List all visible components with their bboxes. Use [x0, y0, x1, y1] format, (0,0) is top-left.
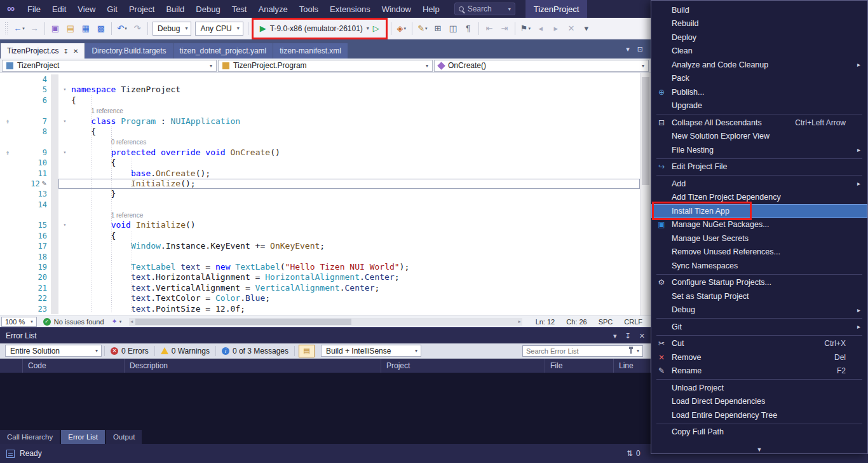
- context-menu-item-load-entire-dependency-tree[interactable]: Load Entire Dependency Tree: [651, 408, 867, 422]
- indent-increase-icon[interactable]: ⇥: [498, 22, 512, 36]
- redo-icon[interactable]: ↷: [130, 22, 144, 36]
- clear-bookmarks-icon[interactable]: ✕: [564, 22, 578, 36]
- search-input[interactable]: [526, 347, 627, 355]
- scroll-left-icon[interactable]: ◂: [130, 318, 133, 326]
- context-menu-item-copy-full-path[interactable]: Copy Full Path: [651, 425, 867, 439]
- tab-directory-build-targets[interactable]: Directory.Build.targets: [85, 43, 172, 59]
- fold-collapse-icon[interactable]: ▾: [58, 85, 71, 95]
- solution-configuration-select[interactable]: Debug ▾: [153, 22, 191, 36]
- code-text[interactable]: [71, 200, 640, 210]
- code-text[interactable]: Initialize();: [71, 179, 640, 189]
- run-target-label[interactable]: T-9.0-x86 (emulator-26101): [270, 24, 363, 33]
- nav-forward-icon[interactable]: →: [27, 22, 41, 36]
- code-text[interactable]: namespace TizenProject: [71, 85, 640, 95]
- context-menu-item-clean[interactable]: Clean: [651, 45, 867, 59]
- code-text[interactable]: TextLabel text = new TextLabel("Hello Ti…: [71, 262, 640, 272]
- new-project-icon[interactable]: ▣: [48, 22, 62, 36]
- chevron-down-icon[interactable]: ▾: [367, 25, 369, 31]
- context-menu-item-manage-nuget-packages[interactable]: ▣Manage NuGet Packages...: [651, 218, 867, 232]
- context-menu-item-cut[interactable]: ✂CutCtrl+X: [651, 337, 867, 351]
- context-menu-item-debug[interactable]: Debug▸: [651, 303, 867, 317]
- search-box[interactable]: Search ▾: [454, 3, 515, 15]
- context-menu-item-upgrade[interactable]: Upgrade: [651, 99, 867, 113]
- save-all-icon[interactable]: ▩: [94, 22, 108, 36]
- column-header-file[interactable]: File: [545, 359, 614, 373]
- start-debugging-icon[interactable]: ▶: [260, 24, 266, 33]
- code-text[interactable]: text.PointSize = 12.0f;: [71, 304, 640, 314]
- context-menu-item-file-nesting[interactable]: File Nesting▸: [651, 143, 867, 157]
- context-menu-item-manage-user-secrets[interactable]: Manage User Secrets: [651, 232, 867, 245]
- column-header-code[interactable]: Code: [23, 359, 125, 373]
- close-icon[interactable]: ✕: [639, 332, 645, 340]
- preview-changes-icon[interactable]: ◫: [446, 22, 460, 36]
- code-text[interactable]: text.TextColor = Color.Blue;: [71, 293, 640, 303]
- source-select[interactable]: Build + IntelliSense ▾: [321, 345, 421, 357]
- toolbar-grip[interactable]: [4, 22, 8, 36]
- editor-horizontal-scrollbar[interactable]: ◂ ▸: [129, 318, 522, 326]
- menu-item-test[interactable]: Test: [226, 0, 253, 18]
- context-menu-item-configure-startup-projects[interactable]: ⚙Configure Startup Projects...: [651, 276, 867, 290]
- code-text[interactable]: Window.Instance.KeyEvent += OnKeyEvent;: [71, 241, 640, 251]
- close-icon[interactable]: ✕: [73, 48, 78, 55]
- navbar-member-dropdown[interactable]: OnCreate() ▾: [434, 60, 649, 72]
- hot-reload-icon[interactable]: ◈▾: [395, 22, 409, 36]
- visual-studio-logo-icon[interactable]: ∞: [0, 0, 22, 18]
- code-editor[interactable]: 45▾namespace TizenProject6{1 reference⇧7…: [0, 73, 651, 315]
- code-text[interactable]: class Program : NUIApplication: [71, 116, 640, 127]
- context-menu-item-git[interactable]: Git▸: [651, 320, 867, 334]
- code-text[interactable]: {: [71, 158, 640, 168]
- scrollbar-thumb[interactable]: [642, 77, 649, 185]
- menu-project-button[interactable]: TizenProject: [526, 0, 588, 18]
- error-list-body[interactable]: [0, 373, 651, 430]
- code-text[interactable]: text.HorizontalAlignment = HorizontalAli…: [71, 272, 640, 282]
- quick-actions-icon[interactable]: ✦▾: [112, 317, 122, 326]
- menu-item-edit[interactable]: Edit: [46, 0, 72, 18]
- menu-scroll-more-icon[interactable]: ▼: [651, 446, 867, 453]
- open-file-icon[interactable]: ▤: [64, 22, 78, 36]
- context-menu-item-pack[interactable]: Pack: [651, 72, 867, 86]
- fold-collapse-icon[interactable]: ▾: [58, 148, 71, 158]
- codelens-references-link[interactable]: 1 reference: [91, 107, 123, 114]
- warnings-filter-button[interactable]: 0 Warnings: [155, 343, 215, 358]
- panel-tab-call-hierarchy[interactable]: Call Hierarchy: [0, 430, 60, 444]
- editor-vertical-scrollbar[interactable]: [640, 73, 651, 315]
- window-position-icon[interactable]: ▾: [613, 332, 617, 340]
- menu-item-debug[interactable]: Debug: [190, 0, 226, 18]
- toggle-bookmark-icon[interactable]: ⚑▾: [519, 22, 532, 36]
- status-counter[interactable]: ⇅ 0: [627, 449, 641, 458]
- menu-item-analyze[interactable]: Analyze: [252, 0, 293, 18]
- code-area[interactable]: 45▾namespace TizenProject6{1 reference⇧7…: [0, 74, 640, 314]
- context-menu-item-build[interactable]: Build: [651, 3, 867, 17]
- chevron-down-icon[interactable]: ▾: [637, 348, 639, 354]
- menu-item-project[interactable]: Project: [123, 0, 160, 18]
- document-health-indicator[interactable]: ✓ No issues found: [43, 318, 104, 326]
- panel-tab-output[interactable]: Output: [106, 430, 142, 444]
- column-header-description[interactable]: Description: [125, 359, 381, 373]
- code-text[interactable]: }: [71, 189, 640, 199]
- context-menu-item-unload-project[interactable]: Unload Project: [651, 381, 867, 395]
- context-menu-item-new-solution-explorer-view[interactable]: New Solution Explorer View: [651, 130, 867, 144]
- context-menu-item-remove[interactable]: ✕RemoveDel: [651, 350, 867, 364]
- solution-platform-select[interactable]: Any CPU ▾: [195, 22, 243, 36]
- context-menu-item-load-direct-dependencies[interactable]: Load Direct Dependencies: [651, 395, 867, 409]
- menu-item-help[interactable]: Help: [417, 0, 445, 18]
- context-menu-item-edit-project-file[interactable]: ↪Edit Project File: [651, 160, 867, 174]
- tab-tizen-manifest-xml[interactable]: tizen-manifest.xml: [273, 43, 348, 59]
- code-text[interactable]: {: [71, 127, 640, 137]
- code-text[interactable]: text.VerticalAlignment = VerticalAlignme…: [71, 283, 640, 293]
- menu-item-file[interactable]: File: [22, 0, 46, 18]
- panel-tab-error-list[interactable]: Error List: [61, 430, 105, 444]
- code-text[interactable]: {: [71, 95, 640, 106]
- previous-bookmark-icon[interactable]: ◂: [534, 22, 548, 36]
- code-text[interactable]: protected override void OnCreate(): [71, 148, 640, 158]
- toolbar-overflow-icon[interactable]: ▾: [580, 22, 593, 36]
- tab-tizen-dotnet-project-yaml[interactable]: tizen_dotnet_project.yaml: [173, 43, 273, 59]
- window-layout-icon[interactable]: ⊡: [637, 45, 643, 53]
- fold-collapse-icon[interactable]: ▾: [58, 220, 71, 230]
- code-text[interactable]: [71, 252, 640, 262]
- column-header-line[interactable]: Line: [614, 359, 651, 373]
- code-text[interactable]: 1 reference: [71, 210, 640, 220]
- nav-backward-icon[interactable]: ←▾: [12, 22, 26, 36]
- context-menu-item-collapse-all-descendants[interactable]: ⊟Collapse All DescendantsCtrl+Left Arrow: [651, 116, 867, 130]
- tab-tizenproject-cs[interactable]: TizenProject.cs↧✕: [1, 43, 85, 59]
